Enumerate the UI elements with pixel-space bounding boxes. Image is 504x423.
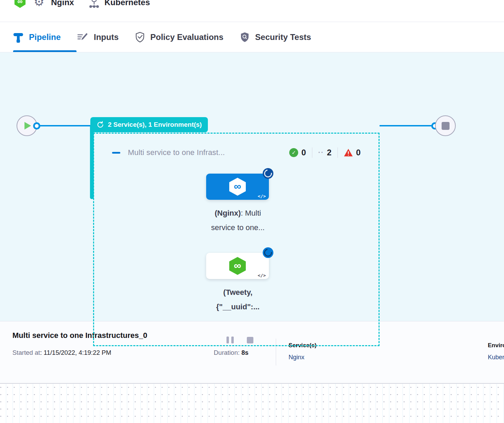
connector-line-right xyxy=(380,125,435,126)
duration: Duration: 8s xyxy=(214,349,249,357)
environments-label: Environment(s) xyxy=(488,342,504,349)
tab-policy-evaluations[interactable]: Policy Evaluations xyxy=(135,32,223,43)
environment-name[interactable]: Kubernetes xyxy=(104,0,150,7)
tab-security-tests-label: Security Tests xyxy=(255,32,311,42)
success-check-icon: ✓ xyxy=(289,148,298,157)
running-count: 2 xyxy=(327,148,331,157)
tab-security-tests[interactable]: Security Tests xyxy=(240,32,311,43)
stage-status-counts: ✓ 0 ·· 2 0 xyxy=(289,147,361,158)
pipeline-name[interactable]: Nginx xyxy=(51,0,74,7)
step-running-spinner xyxy=(263,247,273,258)
pipeline-canvas[interactable]: 2 Service(s), 1 Environment(s) Multi ser… xyxy=(0,52,504,321)
tab-inputs-label: Inputs xyxy=(94,32,119,42)
shield-check-icon xyxy=(135,32,145,43)
gear-icon[interactable]: ⚙ xyxy=(34,0,44,8)
tab-pipeline-label: Pipeline xyxy=(29,32,61,42)
failed-count: 0 xyxy=(356,148,361,157)
tab-pipeline[interactable]: Pipeline xyxy=(13,31,61,43)
stage-group-box[interactable]: Multi service to one Infrast... ✓ 0 ·· 2 xyxy=(93,133,380,346)
success-count: 0 xyxy=(301,148,306,157)
pipeline-execution-page: ∞ ⚙ Nginx Kubernetes xyxy=(0,0,504,423)
breadcrumb: ∞ ⚙ Nginx Kubernetes xyxy=(0,0,504,22)
stage-accent-bar xyxy=(90,126,94,199)
svg-text:∞: ∞ xyxy=(18,0,23,5)
stage-title[interactable]: Multi service to one Infrast... xyxy=(128,148,225,157)
started-at: Started at: 11/15/2022, 4:19:22 PM xyxy=(12,349,111,357)
connector-dot-left xyxy=(33,122,40,130)
end-node xyxy=(435,115,456,136)
step-running-spinner xyxy=(263,168,273,179)
active-tab-underline xyxy=(13,50,77,52)
connector-line-left xyxy=(37,125,90,126)
tab-policy-evaluations-label: Policy Evaluations xyxy=(150,32,223,42)
services-environments-label: 2 Service(s), 1 Environment(s) xyxy=(108,121,202,128)
inputs-icon xyxy=(77,32,88,42)
tab-bar: Pipeline Inputs xyxy=(0,22,504,52)
play-icon xyxy=(24,122,31,130)
collapse-stage-button[interactable] xyxy=(112,152,120,154)
refresh-icon xyxy=(97,121,104,128)
warning-triangle-icon xyxy=(344,148,353,157)
stop-icon xyxy=(442,122,450,130)
running-dots-icon: ·· xyxy=(318,148,324,157)
log-grid-area[interactable] xyxy=(0,383,504,423)
services-link[interactable]: Nginx xyxy=(289,354,304,361)
services-environments-badge[interactable]: 2 Service(s), 1 Environment(s) xyxy=(90,117,208,132)
cluster-icon xyxy=(89,0,99,8)
tab-inputs[interactable]: Inputs xyxy=(77,32,119,42)
pipeline-icon xyxy=(13,31,23,43)
shield-scan-icon xyxy=(240,32,250,43)
environments-link[interactable]: Kubernetes xyxy=(488,354,504,361)
harness-logo-icon: ∞ xyxy=(14,0,26,8)
